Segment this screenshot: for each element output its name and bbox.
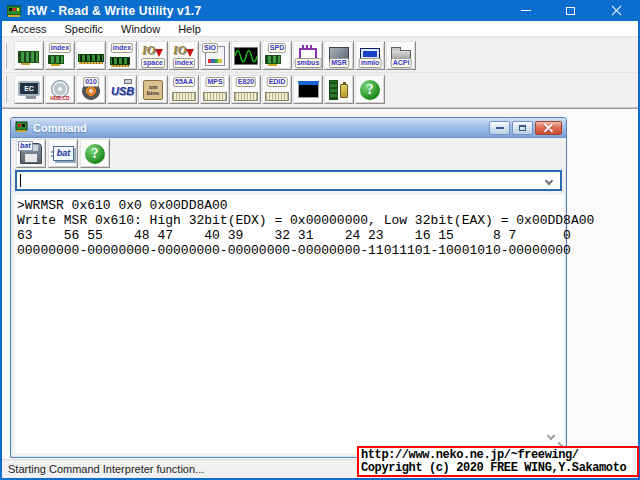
toolbar-io-space-button[interactable]: IO space [138, 41, 168, 70]
menu-access[interactable]: Access [2, 22, 55, 36]
toolbar-super-io-button[interactable]: SIO [200, 41, 230, 70]
toolbar-e820-button[interactable]: E820 [231, 75, 261, 104]
maximize-icon [519, 125, 526, 131]
maximize-icon [566, 7, 575, 15]
ec-icon: EC [15, 76, 43, 103]
smbios-icon: sm bios [139, 76, 167, 103]
toolbar-mmio-button[interactable]: mmio [355, 41, 385, 70]
pci-card-icon [15, 42, 43, 69]
dump-55aa-icon: 55AA [170, 76, 198, 103]
hw-monitor-icon [325, 76, 353, 103]
memory-index-icon: index [108, 42, 136, 69]
maximize-button[interactable] [548, 0, 593, 21]
mps-icon: MPS [201, 76, 229, 103]
disk-010-icon: 010 [77, 76, 105, 103]
toolbar-disk-editor-button[interactable]: 010 [76, 75, 106, 104]
command-output[interactable]: >WRMSR 0x610 0x0 0x00DD8A00 Write MSR 0x… [15, 195, 564, 453]
toolbar-ec-button[interactable]: EC [14, 75, 44, 104]
toolbar-spd-button[interactable]: SPD [262, 41, 292, 70]
help-icon: ? [81, 140, 109, 167]
toolbar-usb-button[interactable]: USB [107, 75, 137, 104]
toolbar-row-2: EC HDD,CD 010 USB [2, 72, 638, 105]
text-caret [20, 174, 21, 187]
main-window: RW - Read & Write Utility v1.7 Access Sp… [0, 0, 640, 480]
toolbar-row-1: index index IO space [2, 39, 638, 72]
spd-icon: SPD [263, 42, 291, 69]
help-icon: ? [356, 76, 384, 103]
minimize-button[interactable] [503, 0, 548, 21]
toolbar-mps-button[interactable]: MPS [200, 75, 230, 104]
toolbar-pci-button[interactable] [14, 41, 44, 70]
usb-icon: USB [108, 76, 136, 103]
output-line: >WRMSR 0x610 0x0 0x00DD8A00 [15, 195, 564, 213]
toolbar-acpi-button[interactable]: ACPI [386, 41, 416, 70]
command-window-titlebar[interactable]: Command [11, 118, 566, 138]
command-maximize-button[interactable] [512, 121, 533, 135]
combo-dropdown-icon[interactable] [545, 177, 553, 185]
pci-index-icon: index [46, 42, 74, 69]
close-button[interactable] [593, 0, 638, 21]
menu-window[interactable]: Window [112, 22, 169, 36]
toolbar: index index IO space [2, 37, 638, 108]
toolbar-grip[interactable] [5, 76, 9, 102]
toolbar-io-index-button[interactable]: IO index [169, 41, 199, 70]
save-bat-button[interactable]: bat [16, 139, 46, 168]
toolbar-about-button[interactable]: ? [355, 75, 385, 104]
toolbar-55aa-button[interactable]: 55AA [169, 75, 199, 104]
smbus-icon: smbus [294, 42, 322, 69]
window-title: RW - Read & Write Utility v1.7 [27, 4, 503, 18]
hdd-cd-icon: HDD,CD [46, 76, 74, 103]
toolbar-smbus-button[interactable]: smbus [293, 41, 323, 70]
save-bat-icon: bat [17, 140, 45, 167]
toolbar-clock-button[interactable] [231, 41, 261, 70]
toolbar-hw-monitor-button[interactable] [324, 75, 354, 104]
menu-help[interactable]: Help [169, 22, 210, 36]
toolbar-memory-button[interactable] [76, 41, 106, 70]
command-window: Command bat bat [10, 117, 567, 458]
acpi-icon: ACPI [387, 42, 415, 69]
io-space-icon: IO space [139, 42, 167, 69]
msr-icon: MSR [325, 42, 353, 69]
command-window-title: Command [33, 122, 487, 134]
close-icon [611, 6, 621, 16]
output-line: Write MSR 0x610: High 32bit(EDX) = 0x000… [15, 213, 564, 228]
overlay-copyright: Copyright (c) 2020 FREE WING,Y.Sakamoto [361, 462, 635, 475]
command-help-button[interactable]: ? [80, 139, 110, 168]
minimize-icon [521, 10, 531, 11]
edid-icon: EDID [263, 76, 291, 103]
e820-icon: E820 [232, 76, 260, 103]
io-index-icon: IO index [170, 42, 198, 69]
output-line: 00000000-00000000-00000000-00000000-0000… [15, 243, 564, 258]
toolbar-command-button[interactable] [293, 75, 323, 104]
toolbar-hdd-cd-button[interactable]: HDD,CD [45, 75, 75, 104]
app-icon[interactable] [7, 4, 21, 18]
command-window-icon [15, 121, 28, 134]
minimize-icon [496, 127, 504, 129]
command-close-button[interactable] [535, 121, 562, 135]
memory-icon [77, 42, 105, 69]
copyright-overlay: http://www.neko.ne.jp/~freewing/ Copyrig… [357, 446, 639, 477]
toolbar-msr-button[interactable]: MSR [324, 41, 354, 70]
titlebar: RW - Read & Write Utility v1.7 [2, 0, 638, 21]
mmio-icon: mmio [356, 42, 384, 69]
command-input[interactable] [15, 170, 562, 191]
menu-specific[interactable]: Specific [55, 22, 112, 36]
output-line: 63 56 55 48 47 40 39 32 31 24 23 16 15 8… [15, 228, 564, 243]
toolbar-smbios-button[interactable]: sm bios [138, 75, 168, 104]
toolbar-edid-button[interactable]: EDID [262, 75, 292, 104]
command-toolbar: bat bat ? [11, 138, 566, 169]
command-minimize-button[interactable] [489, 121, 510, 135]
close-icon [544, 123, 553, 132]
command-prompt-icon [294, 76, 322, 103]
clock-wave-icon [232, 42, 260, 69]
toolbar-memory-index-button[interactable]: index [107, 41, 137, 70]
mdi-client-area: Command bat bat [2, 108, 638, 459]
menu-bar: Access Specific Window Help [2, 21, 638, 37]
status-text: Starting Command Interpreter function... [2, 463, 204, 475]
toolbar-pci-index-button[interactable]: index [45, 41, 75, 70]
run-bat-icon: bat [49, 140, 77, 167]
toolbar-grip[interactable] [5, 43, 9, 69]
super-io-icon: SIO [201, 42, 229, 69]
run-bat-button[interactable]: bat [48, 139, 78, 168]
